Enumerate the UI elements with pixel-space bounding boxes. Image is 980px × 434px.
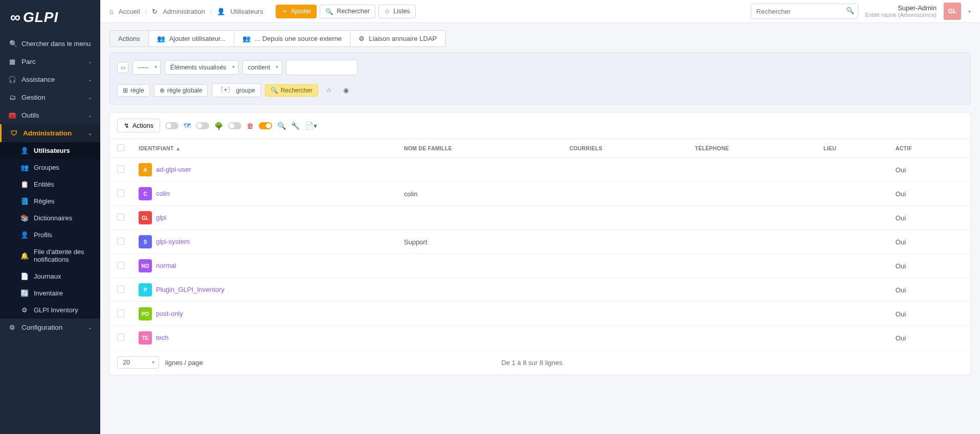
sidebar-subitem[interactable]: 🔄Inventaire: [0, 285, 100, 302]
brackets-icon: 〔+〕: [217, 86, 233, 95]
cell-location: [816, 182, 888, 206]
table-row: PPlugin_GLPI_Inventory Oui: [110, 278, 970, 302]
search-icon[interactable]: 🔍: [277, 122, 286, 130]
toggle-tree[interactable]: [196, 122, 209, 129]
tab-actions[interactable]: Actions: [109, 30, 149, 47]
row-checkbox[interactable]: [117, 238, 124, 245]
user-link[interactable]: ad-glpi-user: [156, 166, 191, 173]
logo[interactable]: GLPI: [0, 0, 100, 35]
select-all-checkbox[interactable]: [117, 144, 124, 151]
breadcrumb-admin[interactable]: Administration: [163, 8, 205, 15]
export-icon[interactable]: 📄▾: [305, 122, 317, 130]
breadcrumb-home[interactable]: Accueil: [119, 8, 140, 15]
tabs: Actions 👥Ajouter utilisateur... 👥... Dep…: [100, 23, 980, 47]
user-link[interactable]: tech: [156, 334, 169, 341]
filter-select-1[interactable]: -----: [132, 60, 161, 75]
wrench-icon[interactable]: 🔧: [291, 122, 300, 130]
sidebar-subitem[interactable]: 👥Groupes: [0, 159, 100, 176]
filter-select-2[interactable]: Éléments visualisés: [165, 60, 238, 75]
user-link[interactable]: Plugin_GLPI_Inventory: [156, 286, 225, 293]
sidebar-item-parc[interactable]: ▦Parc⌄: [0, 53, 100, 71]
menu-icon: ▦: [8, 58, 16, 65]
collapse-button[interactable]: ▭: [117, 62, 128, 73]
sidebar-item-configuration[interactable]: ⚙Configuration ⌄: [0, 318, 100, 336]
row-checkbox[interactable]: [117, 334, 124, 341]
row-checkbox[interactable]: [117, 262, 124, 269]
user-link[interactable]: colin: [156, 190, 170, 197]
cell-location: [816, 326, 888, 350]
user-link[interactable]: glpi: [156, 214, 166, 221]
sidebar-subitem[interactable]: 📘Règles: [0, 193, 100, 210]
add-rule-button[interactable]: ⊞règle: [117, 84, 150, 97]
cell-active: Oui: [888, 158, 970, 182]
add-button[interactable]: ＋Ajouter: [276, 5, 317, 18]
saved-search-button[interactable]: ◉: [340, 84, 353, 97]
tab-ldap[interactable]: ⚙Liaison annuaire LDAP: [350, 30, 446, 47]
breadcrumb-users[interactable]: Utilisateurs: [230, 8, 263, 15]
sidebar-item-assistance[interactable]: 🎧Assistance⌄: [0, 71, 100, 88]
search-icon[interactable]: 🔍: [846, 7, 854, 14]
plus-icon: ⊞: [123, 87, 128, 94]
user-link[interactable]: glpi-system: [156, 238, 190, 245]
sidebar-item-gestion[interactable]: 🗂Gestion⌄: [0, 88, 100, 106]
chevron-down-icon: ⌄: [88, 59, 92, 64]
sidebar-subitem[interactable]: ⚙GLPI Inventory: [0, 302, 100, 318]
actions-button[interactable]: ↯Actions: [117, 119, 160, 132]
col-active[interactable]: Actif: [888, 139, 970, 158]
avatar[interactable]: GL: [944, 3, 961, 20]
row-checkbox[interactable]: [117, 310, 124, 317]
tab-external-source[interactable]: 👥... Depuis une source externe: [234, 30, 350, 47]
sidebar-search[interactable]: 🔍 Chercher dans le menu: [0, 35, 100, 53]
cell-location: [816, 206, 888, 230]
add-group-button[interactable]: 〔+〕groupe: [212, 83, 260, 97]
toggle-map[interactable]: [165, 122, 179, 129]
filter-search-button[interactable]: 🔍Rechercher: [265, 84, 318, 97]
filter-select-3[interactable]: contient: [242, 60, 282, 75]
sidebar-subitem[interactable]: 📋Entités: [0, 176, 100, 193]
cell-active: Oui: [888, 182, 970, 206]
row-checkbox[interactable]: [117, 166, 124, 173]
row-checkbox[interactable]: [117, 214, 124, 221]
cell-location: [816, 278, 888, 302]
col-lastname[interactable]: Nom de famille: [397, 139, 562, 158]
lists-button[interactable]: ☆Listes: [378, 5, 416, 18]
chevron-down-icon[interactable]: ▾: [968, 9, 971, 14]
sidebar-subitem[interactable]: 📄Journaux: [0, 268, 100, 285]
sidebar-subitem[interactable]: 🔔File d'attente des notifications: [0, 243, 100, 268]
sidebar-item-administration[interactable]: 🛡Administration ⌄: [0, 124, 100, 142]
col-phone[interactable]: Téléphone: [688, 139, 816, 158]
table-row: Aad-glpi-user Oui: [110, 158, 970, 182]
chevron-down-icon: ⌄: [88, 130, 92, 136]
toggle-active[interactable]: [259, 122, 272, 129]
user-info[interactable]: Super-Admin Entité racine (Arborescence): [865, 4, 937, 19]
page-size-select[interactable]: 20: [117, 356, 159, 369]
sidebar-subitem[interactable]: 👤Profils: [0, 226, 100, 243]
sidebar-item-outils[interactable]: 🧰Outils⌄: [0, 106, 100, 124]
user-link[interactable]: post-only: [156, 310, 183, 317]
col-id[interactable]: Identifiant▲: [131, 139, 397, 158]
cell-phone: [688, 230, 816, 254]
sidebar-subitem[interactable]: 📚Dictionnaires: [0, 210, 100, 226]
cell-active: Oui: [888, 254, 970, 278]
search-button[interactable]: 🔍Rechercher: [320, 5, 375, 18]
user-link[interactable]: normal: [156, 262, 176, 269]
row-checkbox[interactable]: [117, 190, 124, 197]
row-checkbox[interactable]: [117, 286, 124, 293]
menu-icon: 🎧: [8, 76, 16, 83]
circle-dot-icon: ◉: [343, 86, 349, 94]
sidebar-item-label: GLPI Inventory: [34, 306, 78, 314]
sidebar-subitem[interactable]: 👤Utilisateurs: [0, 142, 100, 159]
cell-emails: [562, 278, 687, 302]
tab-add-user[interactable]: 👥Ajouter utilisateur...: [149, 30, 235, 47]
range-label: De 1 à 8 sur 8 lignes: [209, 359, 855, 367]
global-search-input[interactable]: [751, 4, 858, 19]
col-emails[interactable]: Courriels: [562, 139, 687, 158]
favorite-button[interactable]: ☆: [322, 84, 336, 97]
filter-value-input[interactable]: [286, 60, 358, 75]
col-location[interactable]: Lieu: [816, 139, 888, 158]
cell-phone: [688, 326, 816, 350]
add-global-rule-button[interactable]: ⊕règle globale: [154, 84, 208, 97]
toggle-trash[interactable]: [228, 122, 241, 129]
sidebar-item-label: Journaux: [34, 272, 61, 280]
filter-panel: ▭ ----- Éléments visualisés contient ⊞rè…: [109, 52, 971, 105]
